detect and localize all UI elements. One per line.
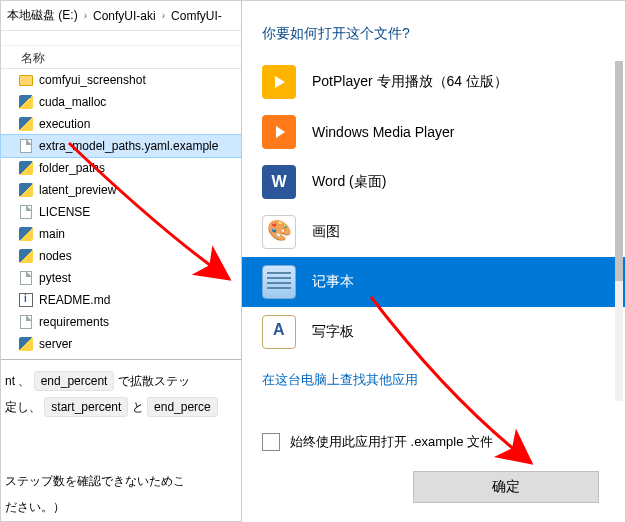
py-icon [19, 227, 33, 241]
app-option-potplayer[interactable]: PotPlayer 专用播放（64 位版） [242, 57, 625, 107]
py-icon [19, 337, 33, 351]
scrollbar[interactable] [615, 61, 623, 401]
app-label: Windows Media Player [312, 124, 454, 140]
wordpad-icon [262, 315, 296, 349]
text-fragment: ステップ数を確認できないためこ [5, 468, 235, 494]
text-fragment: と [132, 400, 144, 414]
file-row[interactable]: pytest [1, 267, 241, 289]
file-icon [19, 139, 33, 153]
paint-icon [262, 215, 296, 249]
app-label: 记事本 [312, 273, 354, 291]
file-row[interactable]: nodes [1, 245, 241, 267]
file-row[interactable]: LICENSE [1, 201, 241, 223]
always-use-label: 始终使用此应用打开 .example 文件 [290, 433, 493, 451]
file-row[interactable]: requirements [1, 311, 241, 333]
file-label: nodes [39, 249, 72, 263]
text-fragment: で拡散ステッ [118, 374, 190, 388]
text-fragment: 定し、 [5, 400, 41, 414]
file-label: README.md [39, 293, 110, 307]
file-label: main [39, 227, 65, 241]
background-text-panel: nt 、 end_percent で拡散ステッ 定し、 start_percen… [1, 359, 241, 520]
folder-icon [19, 73, 33, 87]
file-label: folder_paths [39, 161, 105, 175]
file-row[interactable]: extra_model_paths.yaml.example [1, 135, 241, 157]
breadcrumb-seg-1[interactable]: ConfyUI-aki [93, 9, 156, 23]
ok-button[interactable]: 确定 [413, 471, 599, 503]
find-other-app-link[interactable]: 在这台电脑上查找其他应用 [242, 357, 625, 389]
app-label: PotPlayer 专用播放（64 位版） [312, 73, 508, 91]
md-icon [19, 293, 33, 307]
file-icon [19, 271, 33, 285]
text-fragment: nt 、 [5, 374, 30, 388]
app-option-wmp[interactable]: Windows Media Player [242, 107, 625, 157]
file-icon [19, 315, 33, 329]
file-row[interactable]: server [1, 333, 241, 355]
wmp-icon [262, 115, 296, 149]
text-fragment: ださい。） [5, 494, 235, 520]
file-label: latent_preview [39, 183, 116, 197]
py-icon [19, 249, 33, 263]
file-list: comfyui_screenshotcuda_mallocexecutionex… [1, 69, 241, 355]
open-with-dialog: 你要如何打开这个文件? PotPlayer 专用播放（64 位版）Windows… [241, 1, 625, 522]
app-option-wordpad[interactable]: 写字板 [242, 307, 625, 357]
breadcrumb-seg-disk[interactable]: 本地磁盘 (E:) [7, 7, 78, 24]
app-option-paint[interactable]: 画图 [242, 207, 625, 257]
file-icon [19, 205, 33, 219]
code-chip: end_percent [34, 371, 115, 391]
notepad-icon [262, 265, 296, 299]
code-chip: end_perce [147, 397, 218, 417]
app-option-notepad[interactable]: 记事本 [242, 257, 625, 307]
py-icon [19, 161, 33, 175]
ok-button-label: 确定 [492, 478, 520, 496]
scrollbar-thumb[interactable] [615, 61, 623, 281]
file-label: pytest [39, 271, 71, 285]
app-option-word[interactable]: Word (桌面) [242, 157, 625, 207]
file-row[interactable]: execution [1, 113, 241, 135]
file-row[interactable]: comfyui_screenshot [1, 69, 241, 91]
app-label: 画图 [312, 223, 340, 241]
chevron-right-icon: › [82, 10, 89, 21]
app-label: 写字板 [312, 323, 354, 341]
file-label: requirements [39, 315, 109, 329]
file-row[interactable]: cuda_malloc [1, 91, 241, 113]
chevron-right-icon: › [160, 10, 167, 21]
code-chip: start_percent [44, 397, 128, 417]
dialog-title: 你要如何打开这个文件? [242, 1, 625, 59]
py-icon [19, 117, 33, 131]
file-label: LICENSE [39, 205, 90, 219]
file-label: server [39, 337, 72, 351]
file-row[interactable]: latent_preview [1, 179, 241, 201]
file-row[interactable]: folder_paths [1, 157, 241, 179]
word-icon [262, 165, 296, 199]
file-label: cuda_malloc [39, 95, 106, 109]
file-label: comfyui_screenshot [39, 73, 146, 87]
file-row[interactable]: main [1, 223, 241, 245]
app-label: Word (桌面) [312, 173, 386, 191]
always-use-checkbox[interactable] [262, 433, 280, 451]
file-label: execution [39, 117, 90, 131]
py-icon [19, 183, 33, 197]
file-label: extra_model_paths.yaml.example [39, 139, 218, 153]
potplayer-icon [262, 65, 296, 99]
breadcrumb-seg-2[interactable]: ComfyUI- [171, 9, 222, 23]
file-row[interactable]: README.md [1, 289, 241, 311]
py-icon [19, 95, 33, 109]
app-list: PotPlayer 专用播放（64 位版）Windows Media Playe… [242, 57, 625, 407]
